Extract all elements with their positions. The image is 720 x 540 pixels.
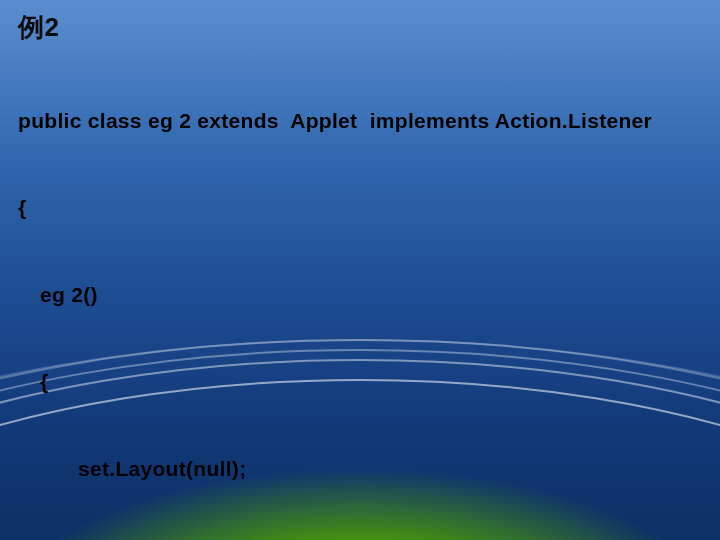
code-line: { xyxy=(18,194,702,223)
code-line: { xyxy=(40,368,702,397)
slide: 例2 public class eg 2 extends Applet impl… xyxy=(0,0,720,540)
content-area: 例2 public class eg 2 extends Applet impl… xyxy=(0,0,720,540)
code-line: set.Layout(null); xyxy=(78,455,702,484)
slide-title: 例2 xyxy=(18,10,702,45)
code-line: public class eg 2 extends Applet impleme… xyxy=(18,107,702,136)
code-block: public class eg 2 extends Applet impleme… xyxy=(18,49,702,540)
code-line: eg 2() xyxy=(40,281,702,310)
